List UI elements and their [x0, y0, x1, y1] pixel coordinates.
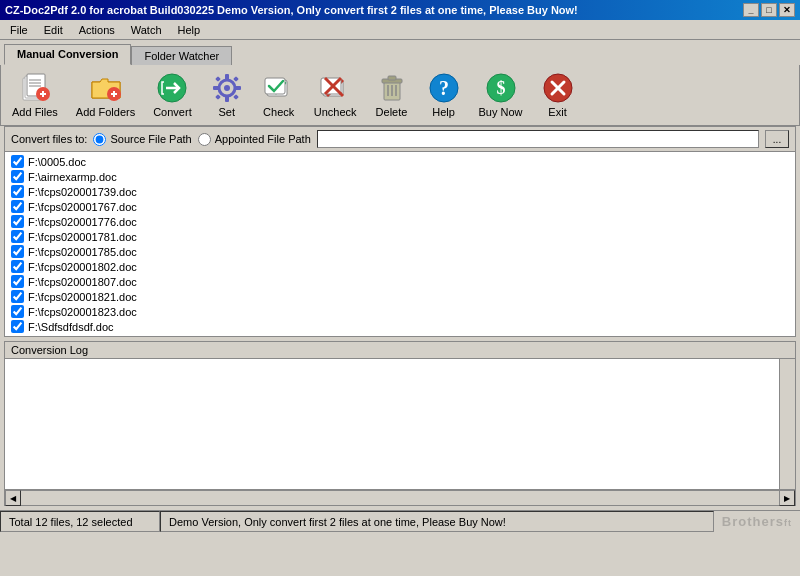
file-name-1: F:\airnexarmp.doc	[28, 171, 117, 183]
add-files-button[interactable]: Add Files	[5, 69, 65, 121]
log-scrollbar[interactable]	[779, 359, 795, 489]
convert-label: Convert	[153, 106, 192, 118]
file-name-11: F:\Sdfsdfdsdf.doc	[28, 321, 114, 333]
convert-icon	[156, 72, 188, 104]
menu-actions[interactable]: Actions	[73, 23, 121, 37]
exit-icon	[542, 72, 574, 104]
file-checkbox-7[interactable]	[11, 260, 24, 273]
buy-now-icon: $	[485, 72, 517, 104]
file-name-0: F:\0005.doc	[28, 156, 86, 168]
file-name-6: F:\fcps020001785.doc	[28, 246, 137, 258]
title-bar-buttons: _ □ ✕	[743, 3, 795, 17]
maximize-button[interactable]: □	[761, 3, 777, 17]
exit-button[interactable]: Exit	[534, 69, 582, 121]
file-checkbox-4[interactable]	[11, 215, 24, 228]
title-bar: CZ-Doc2Pdf 2.0 for acrobat Build030225 D…	[0, 0, 800, 20]
file-checkbox-3[interactable]	[11, 200, 24, 213]
tab-folder-watcher[interactable]: Folder Watcher	[131, 46, 232, 65]
scroll-right-button[interactable]: ▶	[779, 490, 795, 506]
set-label: Set	[218, 106, 235, 118]
svg-rect-15	[225, 74, 229, 80]
svg-text:$: $	[496, 78, 505, 98]
exit-label: Exit	[548, 106, 566, 118]
delete-icon	[376, 72, 408, 104]
horizontal-scrollbar[interactable]: ◀ ▶	[4, 490, 796, 506]
svg-rect-8	[42, 91, 44, 97]
file-list-item: F:\Sdfsdfdsdf.doc	[7, 319, 793, 334]
minimize-button[interactable]: _	[743, 3, 759, 17]
close-button[interactable]: ✕	[779, 3, 795, 17]
help-button[interactable]: ? Help	[420, 69, 468, 121]
menu-help[interactable]: Help	[172, 23, 207, 37]
scroll-track[interactable]	[21, 491, 779, 505]
add-folders-label: Add Folders	[76, 106, 135, 118]
main-content-area: Convert files to: Source File Path Appoi…	[4, 126, 796, 337]
file-list-item: F:\airnexarmp.doc	[7, 169, 793, 184]
menu-file[interactable]: File	[4, 23, 34, 37]
status-right: Demo Version, Only convert first 2 files…	[160, 511, 714, 532]
source-path-radio[interactable]	[93, 133, 106, 146]
scroll-left-button[interactable]: ◀	[5, 490, 21, 506]
conversion-log-content[interactable]	[5, 359, 795, 489]
file-checkbox-6[interactable]	[11, 245, 24, 258]
tab-manual-conversion[interactable]: Manual Conversion	[4, 44, 131, 65]
appointed-path-radio[interactable]	[198, 133, 211, 146]
buy-now-button[interactable]: $ Buy Now	[472, 69, 530, 121]
svg-rect-20	[233, 76, 239, 82]
help-icon: ?	[428, 72, 460, 104]
svg-rect-17	[213, 86, 219, 90]
file-checkbox-2[interactable]	[11, 185, 24, 198]
file-checkbox-0[interactable]	[11, 155, 24, 168]
file-checkbox-9[interactable]	[11, 290, 24, 303]
status-left: Total 12 files, 12 selected	[0, 511, 160, 532]
uncheck-button[interactable]: Uncheck	[307, 69, 364, 121]
file-list[interactable]: F:\0005.docF:\airnexarmp.docF:\fcps02000…	[5, 152, 795, 336]
svg-rect-19	[215, 76, 221, 82]
add-files-icon	[19, 72, 51, 104]
add-files-label: Add Files	[12, 106, 58, 118]
set-button[interactable]: Set	[203, 69, 251, 121]
conversion-log-title: Conversion Log	[5, 342, 795, 359]
svg-rect-11	[113, 91, 115, 97]
file-name-4: F:\fcps020001776.doc	[28, 216, 137, 228]
add-folders-icon	[90, 72, 122, 104]
file-list-item: F:\fcps020001781.doc	[7, 229, 793, 244]
tabs-container: Manual Conversion Folder Watcher	[0, 40, 800, 65]
file-list-item: F:\0005.doc	[7, 154, 793, 169]
file-checkbox-10[interactable]	[11, 305, 24, 318]
delete-button[interactable]: Delete	[368, 69, 416, 121]
file-checkbox-1[interactable]	[11, 170, 24, 183]
buy-now-label: Buy Now	[479, 106, 523, 118]
file-name-10: F:\fcps020001823.doc	[28, 306, 137, 318]
file-checkbox-8[interactable]	[11, 275, 24, 288]
file-list-item: F:\fcps020001785.doc	[7, 244, 793, 259]
svg-rect-33	[388, 76, 396, 80]
source-path-radio-label[interactable]: Source File Path	[93, 133, 191, 146]
browse-button[interactable]: ...	[765, 130, 789, 148]
svg-rect-18	[235, 86, 241, 90]
svg-rect-21	[215, 94, 221, 100]
status-bar: Total 12 files, 12 selected Demo Version…	[0, 510, 800, 532]
check-button[interactable]: Check	[255, 69, 303, 121]
svg-rect-22	[233, 94, 239, 100]
convert-path-bar: Convert files to: Source File Path Appoi…	[5, 127, 795, 152]
file-checkbox-11[interactable]	[11, 320, 24, 333]
add-folders-button[interactable]: Add Folders	[69, 69, 142, 121]
file-list-item: F:\fcps020001739.doc	[7, 184, 793, 199]
set-icon	[211, 72, 243, 104]
file-list-item: F:\fcps020001821.doc	[7, 289, 793, 304]
file-name-2: F:\fcps020001739.doc	[28, 186, 137, 198]
file-name-9: F:\fcps020001821.doc	[28, 291, 137, 303]
file-list-item: F:\fcps020001776.doc	[7, 214, 793, 229]
check-label: Check	[263, 106, 294, 118]
file-list-item: F:\fcps020001807.doc	[7, 274, 793, 289]
path-input[interactable]	[317, 130, 759, 148]
appointed-path-radio-label[interactable]: Appointed File Path	[198, 133, 311, 146]
file-list-item: F:\fcps020001767.doc	[7, 199, 793, 214]
file-name-8: F:\fcps020001807.doc	[28, 276, 137, 288]
menu-watch[interactable]: Watch	[125, 23, 168, 37]
uncheck-icon	[319, 72, 351, 104]
menu-edit[interactable]: Edit	[38, 23, 69, 37]
convert-button[interactable]: Convert	[146, 69, 199, 121]
file-checkbox-5[interactable]	[11, 230, 24, 243]
